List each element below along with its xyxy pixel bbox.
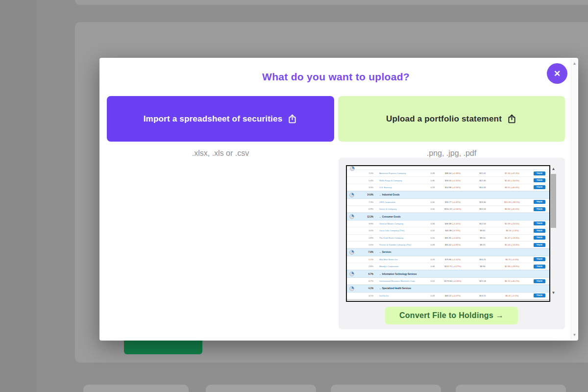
trade-button[interactable]: TRADE xyxy=(534,172,545,175)
segment-header-row: 6.7%⌄Information Technology Services xyxy=(347,270,549,277)
stock-row: 5.1%Wal-Mart Stores Inc.0.23$79.86 (+1.5… xyxy=(347,256,549,263)
segment-header-row: 12.3%⌄Consumer Goods xyxy=(347,213,549,220)
preview-scrollbar[interactable]: ▲ ▼ xyxy=(550,165,557,300)
stock-row: 3.9%General Motors Company0.34$36.88 (+1… xyxy=(347,220,549,227)
import-file-types: .xlsx, .xls or .csv xyxy=(107,149,334,158)
upload-icon xyxy=(507,114,517,124)
stock-row: 7.0%American Express Company0.28$88.64 (… xyxy=(347,170,549,177)
close-button[interactable]: ✕ xyxy=(547,63,567,84)
stock-name-link[interactable]: General Motors Company xyxy=(373,222,418,225)
stock-name-link[interactable]: Procter & Gamble Company (The) xyxy=(373,244,418,246)
trade-button[interactable]: TRADE xyxy=(534,178,545,182)
trade-button[interactable]: TRADE xyxy=(534,185,545,189)
top-card xyxy=(75,0,588,5)
preview-table-rows: 7.0%American Express Company0.28$88.64 (… xyxy=(347,170,549,299)
convert-file-button[interactable]: Convert File to Holdings → xyxy=(385,307,518,324)
stock-name-link[interactable]: International Business Machines Corp. xyxy=(373,280,418,282)
stock-row: 4.1%DaVita Inc.0.19$69.22 (+0.07%)$13.15… xyxy=(347,293,549,299)
clipped-top-row xyxy=(347,166,549,170)
scroll-down-icon[interactable]: ▼ xyxy=(550,291,557,295)
trade-button[interactable]: TRADE xyxy=(534,294,545,297)
upload-modal: What do you want to upload? ✕ Import a s… xyxy=(99,58,578,341)
trade-button[interactable]: TRADE xyxy=(534,236,545,240)
scroll-up-icon[interactable]: ▲ xyxy=(571,61,578,66)
stock-name-link[interactable]: The Kraft Heinz Company xyxy=(373,237,418,239)
stock-row: 6.9%Deere & Company0.20$110.22 (+0.60%)$… xyxy=(347,206,549,213)
stock-name-link[interactable]: Moody's Corporation xyxy=(373,265,418,268)
modal-title: What do you want to upload? xyxy=(99,71,572,83)
chevron-down-icon: ⌄ xyxy=(379,216,381,218)
pie-chart-icon xyxy=(347,214,357,219)
pie-chart-icon xyxy=(347,286,357,291)
bottom-card xyxy=(83,385,189,392)
chevron-down-icon: ⌄ xyxy=(379,251,381,253)
import-button-label: Import a spreadsheet of securities xyxy=(144,114,283,124)
pie-chart-icon xyxy=(350,166,355,171)
stock-name-link[interactable]: Wells Fargo & Company xyxy=(373,179,418,182)
stock-row: 6.7%International Business Machines Corp… xyxy=(347,278,549,285)
trade-button[interactable]: TRADE xyxy=(534,221,545,225)
stock-name-link[interactable]: DaVita Inc. xyxy=(373,294,418,297)
upload-icon xyxy=(287,114,297,124)
convert-button-label: Convert File to Holdings → xyxy=(399,311,504,320)
stock-row: 2.8%The Kraft Heinz Company0.10$91.81 (+… xyxy=(347,235,549,242)
upload-statement-button[interactable]: Upload a portfolio statement xyxy=(338,96,565,142)
stock-row: 7.3%USG Corporation0.40$33.77 (+0.41%)$2… xyxy=(347,199,549,206)
pie-chart-icon xyxy=(347,250,357,255)
pie-chart-icon xyxy=(347,193,357,197)
pie-chart-icon xyxy=(347,271,357,276)
stock-row: 5.4%Wells Fargo & Company0.30$58.00 (+0.… xyxy=(347,177,549,184)
trade-button[interactable]: TRADE xyxy=(534,265,545,269)
bottom-card xyxy=(206,385,316,392)
chevron-down-icon: ⌄ xyxy=(379,273,381,275)
stock-name-link[interactable]: Wal-Mart Stores Inc. xyxy=(373,258,418,261)
segment-header-row: 4.1%⌄Specialized Health Services xyxy=(347,285,549,292)
bottom-card xyxy=(331,385,441,392)
chevron-down-icon: ⌄ xyxy=(379,287,381,290)
stock-name-link[interactable]: Coca-Cola Company (The) xyxy=(373,229,418,232)
trade-button[interactable]: TRADE xyxy=(534,229,545,233)
trade-button[interactable]: TRADE xyxy=(534,257,545,261)
trade-button[interactable]: TRADE xyxy=(534,279,545,283)
upload-button-label: Upload a portfolio statement xyxy=(386,114,502,124)
stock-row: 3.3%U.S. Bancorp0.19$54.88 (+0.54%)$10.4… xyxy=(347,184,549,191)
scrollbar-thumb[interactable] xyxy=(551,174,556,228)
segment-header-row: 7.9%⌄Services xyxy=(347,248,549,256)
chevron-down-icon: ⌄ xyxy=(379,194,381,196)
preview-table-footer: Weight in Motif Segment & Stocks Shares … xyxy=(347,299,549,302)
segment-header-row: 14.9%⌄Industrial Goods xyxy=(347,191,549,198)
trade-button[interactable]: TRADE xyxy=(534,200,545,204)
upload-file-types: .png, .jpg, .pdf xyxy=(338,149,565,158)
scroll-up-icon[interactable]: ▲ xyxy=(550,167,557,171)
screen: Portfolio Actions Add Know wh Status Sea… xyxy=(0,0,588,392)
stock-row: 2.8%Moody's Corporation0.08$111.75 (+0.2… xyxy=(347,263,549,270)
stock-row: 2.6%Procter & Gamble Company (The)0.09$9… xyxy=(347,242,549,248)
stock-name-link[interactable]: Deere & Company xyxy=(373,208,418,210)
stock-row: 3.0%Coca-Cola Company (The)0.22$45.88 (-… xyxy=(347,227,549,234)
bottom-card xyxy=(456,385,566,392)
modal-scrollbar[interactable]: ▲ ▼ xyxy=(571,59,578,340)
stock-name-link[interactable]: U.S. Bancorp xyxy=(373,186,418,189)
stock-name-link[interactable]: USG Corporation xyxy=(373,201,418,203)
import-spreadsheet-button[interactable]: Import a spreadsheet of securities xyxy=(107,96,334,142)
statement-preview-panel: 7.0%American Express Company0.28$88.64 (… xyxy=(339,158,565,329)
stock-name-link[interactable]: American Express Company xyxy=(373,172,418,174)
trade-button[interactable]: TRADE xyxy=(534,207,545,211)
close-icon: ✕ xyxy=(554,69,561,79)
trade-button[interactable]: TRADE xyxy=(534,243,545,247)
portfolio-preview-image: 7.0%American Express Company0.28$88.64 (… xyxy=(346,165,550,302)
scroll-down-icon[interactable]: ▼ xyxy=(571,333,578,337)
